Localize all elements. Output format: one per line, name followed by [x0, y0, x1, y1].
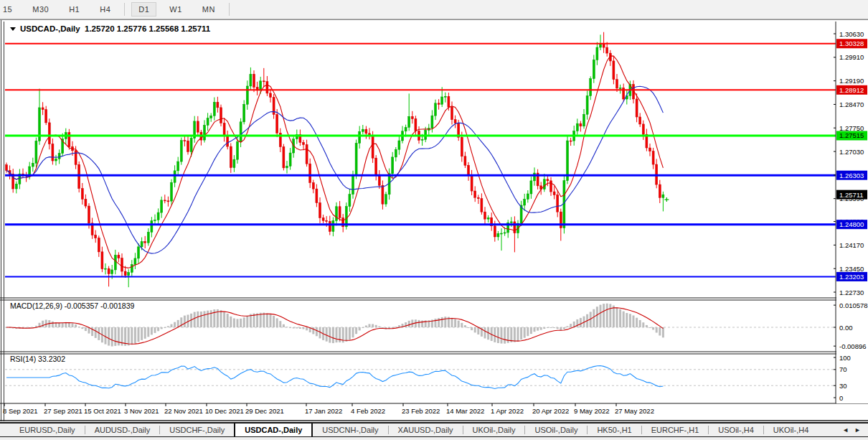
svg-text:1.30328: 1.30328 [839, 39, 864, 47]
chart-tab-audusd-daily[interactable]: AUDUSD-,Daily [85, 423, 160, 436]
svg-text:1.27750: 1.27750 [839, 124, 864, 132]
svg-text:1.27030: 1.27030 [839, 148, 864, 156]
svg-text:27 Sep 2021: 27 Sep 2021 [44, 407, 82, 415]
svg-text:1.22730: 1.22730 [839, 289, 864, 296]
chart-tab-xauusd-daily[interactable]: XAUUSD-,Daily [389, 423, 463, 436]
rsi-panel [5, 366, 836, 389]
chart-tab-ukoil-daily[interactable]: UKOil-,Daily [463, 423, 525, 436]
chart-tab-hk50-h1[interactable]: HK50-,H1 [588, 423, 641, 436]
svg-text:1.25711: 1.25711 [839, 191, 864, 199]
svg-text:29 Dec 2021: 29 Dec 2021 [245, 407, 284, 415]
svg-text:1.29910: 1.29910 [839, 53, 864, 61]
svg-text:RSI(14) 33.2302: RSI(14) 33.2302 [10, 355, 65, 363]
chart-tab-usdcnh-daily[interactable]: USDCNH-,Daily [313, 423, 387, 436]
chart-tab-usdcad-daily[interactable]: USDCAD-,Daily [234, 422, 313, 436]
svg-text:30: 30 [839, 382, 847, 390]
svg-text:17 Jan 2022: 17 Jan 2022 [305, 407, 342, 415]
main-price-panel [5, 32, 836, 287]
svg-text:1.26303: 1.26303 [839, 172, 864, 179]
svg-text:70: 70 [839, 365, 847, 373]
svg-text:9 May 2022: 9 May 2022 [574, 407, 610, 415]
svg-text:3 Nov 2021: 3 Nov 2021 [124, 407, 159, 415]
last-price-cross-icon [664, 197, 669, 202]
mt4-terminal: 15M30H1H4D1W1MN 1.306301.299101.291901.2… [0, 0, 868, 440]
svg-text:0.010578: 0.010578 [839, 301, 868, 309]
svg-text:1.25720 1.25776 1.25568 1.2571: 1.25720 1.25776 1.25568 1.25711 [85, 24, 211, 33]
chart-tab-bar: EURUSD-,DailyAUDUSD-,DailyUSDCHF-,DailyU… [0, 422, 868, 437]
symbol-dropdown-icon [10, 27, 16, 31]
chart-tab-eurusd-daily[interactable]: EURUSD-,Daily [10, 423, 85, 436]
svg-text:1.24170: 1.24170 [839, 241, 864, 249]
svg-text:1.27515: 1.27515 [839, 131, 864, 139]
candles-layer [6, 32, 664, 287]
tabs-scroll-right-icon[interactable]: ► [854, 426, 861, 434]
tabbar-left-pad [0, 423, 10, 436]
chart-tab-usoil-daily[interactable]: USOil-,Daily [525, 423, 587, 436]
svg-text:14 Mar 2022: 14 Mar 2022 [446, 407, 484, 415]
svg-text:1.24800: 1.24800 [839, 220, 864, 228]
svg-text:1 Apr 2022: 1 Apr 2022 [491, 407, 524, 415]
chart-tab-usdchf-daily[interactable]: USDCHF-,Daily [160, 423, 234, 436]
svg-text:8 Sep 2021: 8 Sep 2021 [3, 407, 38, 415]
svg-text:10 Dec 2021: 10 Dec 2021 [205, 407, 244, 415]
svg-text:23 Feb 2022: 23 Feb 2022 [402, 407, 440, 415]
svg-text:0: 0 [839, 394, 843, 402]
svg-text:20 Apr 2022: 20 Apr 2022 [532, 407, 569, 415]
svg-text:1.23450: 1.23450 [839, 265, 864, 273]
svg-text:1.29190: 1.29190 [839, 77, 864, 85]
svg-text:USDCAD-,Daily: USDCAD-,Daily [20, 24, 80, 33]
chart-tab-ukoil-h4[interactable]: UKOil-,H4 [764, 423, 819, 436]
svg-text:100: 100 [839, 354, 851, 362]
bottom-strip [0, 437, 868, 440]
chart-canvas[interactable]: 1.306301.299101.291901.284701.277501.270… [0, 0, 868, 440]
svg-text:MACD(12,26,9) -0.005357 -0.001: MACD(12,26,9) -0.005357 -0.001839 [10, 301, 135, 310]
svg-text:4 Feb 2022: 4 Feb 2022 [351, 407, 385, 415]
svg-text:1.28470: 1.28470 [839, 100, 864, 108]
svg-text:1.23203: 1.23203 [839, 273, 864, 281]
svg-text:1.30630: 1.30630 [839, 30, 864, 38]
svg-text:27 May 2022: 27 May 2022 [615, 407, 654, 415]
svg-text:22 Nov 2021: 22 Nov 2021 [164, 407, 203, 415]
chart-tab-eurchf-h1[interactable]: EURCHF-,H1 [642, 423, 709, 436]
svg-text:-0.00896: -0.00896 [839, 342, 867, 350]
chart-tab-usoil-h4[interactable]: USOil-,H4 [709, 423, 763, 436]
svg-text:15 Oct 2021: 15 Oct 2021 [84, 407, 121, 415]
svg-text:0.00: 0.00 [839, 324, 853, 332]
svg-text:1.28912: 1.28912 [839, 86, 864, 94]
tabs-scroll-left-icon[interactable]: ◄ [842, 426, 849, 434]
